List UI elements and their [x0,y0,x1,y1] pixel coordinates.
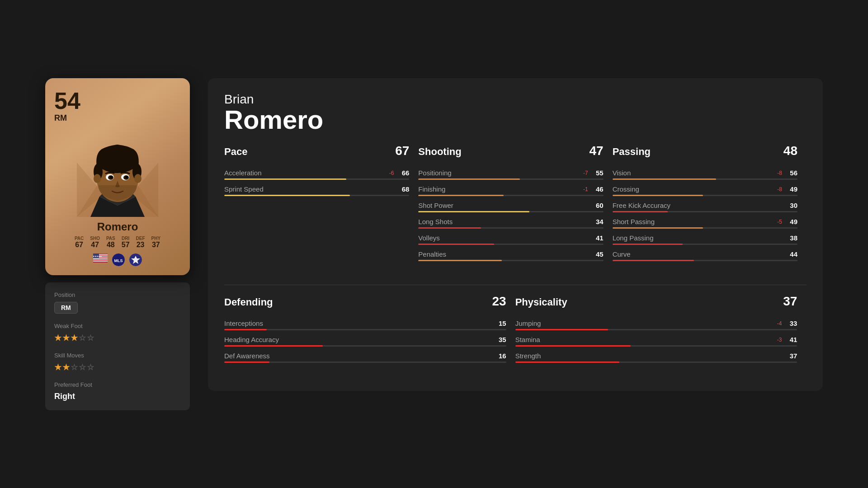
stat-modifier: -8 [777,170,782,176]
pac-label: PAC [75,236,84,241]
svg-rect-22 [93,261,108,262]
stat-value: 45 [590,250,604,258]
stat-item: Crossing-849 [613,185,797,196]
defending-category-score: 23 [492,294,506,309]
physicality-category: Physicality 37 Jumping-433Stamina-341Str… [515,294,807,377]
stat-name: Crossing [613,185,639,193]
dri-value: 57 [122,241,130,249]
svg-point-14 [110,176,113,178]
stat-item: Curve44 [613,250,797,261]
card-stats-row: PAC 67 SHO 47 PAS 48 DRI 57 DEF 23 [54,236,181,249]
stat-name: Interceptions [224,319,263,327]
stat-bar [613,195,797,196]
stat-bar [418,211,603,212]
stat-bar-fill [613,244,683,245]
stat-bar [224,178,409,180]
pas-label: PAS [106,236,115,241]
stat-item: Long Passing38 [613,234,797,245]
physicality-category-score: 37 [783,294,797,309]
stat-item: Free Kick Accuracy30 [613,202,797,212]
weak-foot-stars: ★★★☆☆ [54,333,181,343]
stat-bar [515,329,797,330]
stat-item: Volleys41 [418,234,603,245]
stat-bar-fill [224,361,269,363]
stat-bar-fill [613,260,694,261]
pas-value: 48 [107,241,115,249]
stat-modifier: -7 [583,170,588,176]
sho-label: SHO [90,236,100,241]
stat-value: 38 [784,234,797,242]
stat-bar-fill [613,178,716,180]
stat-modifier: -3 [777,337,782,343]
shooting-attributes: Positioning-755Finishing-146Shot Power60… [418,169,603,261]
stat-bar [418,227,603,229]
def-label: DEF [136,236,145,241]
pace-category: Pace 67 Acceleration-666Sprint Speed68 [224,144,418,276]
shooting-category: Shooting 47 Positioning-755Finishing-146… [418,144,612,276]
defending-category-name: Defending [224,296,273,308]
stat-name: Acceleration [224,169,262,177]
stat-item: Interceptions15 [224,319,506,330]
stat-item: Positioning-755 [418,169,603,180]
stat-bar-fill [613,195,703,196]
stat-value: 46 [590,185,604,193]
card-player-name: Romero [54,221,181,233]
stat-bar-fill [515,345,631,347]
card-flags: ★★★★★★ MLS [54,253,181,266]
shooting-category-name: Shooting [418,146,461,158]
svg-rect-20 [93,258,108,259]
stat-item: Finishing-146 [418,185,603,196]
stat-value: 41 [590,234,604,242]
stat-name: Shot Power [418,202,453,209]
stat-value: 55 [590,169,604,177]
stat-bar [224,361,506,363]
stat-value: 56 [784,169,797,177]
passing-attributes: Vision-856Crossing-849Free Kick Accuracy… [613,169,797,261]
pace-attributes: Acceleration-666Sprint Speed68 [224,169,409,196]
defending-category: Defending 23 Interceptions15Heading Accu… [224,294,515,377]
stat-name: Def Awareness [224,352,270,360]
passing-category: Passing 48 Vision-856Crossing-849Free Ki… [613,144,807,276]
stat-item: Vision-856 [613,169,797,180]
position-label: Position [54,291,181,298]
stat-bar-fill [418,211,529,212]
stat-bar [224,345,506,347]
stats-divider [224,285,807,285]
stat-item: Strength37 [515,352,797,363]
stat-name: Short Passing [613,218,655,225]
stat-bar [224,195,409,196]
stat-bar [613,178,797,180]
stat-value: 41 [783,336,797,343]
stat-value: 34 [590,218,604,225]
stat-bar [224,329,506,330]
stat-name: Vision [613,169,631,177]
stat-bar [613,244,797,245]
stat-value: 15 [493,319,506,327]
stat-bar [613,227,797,229]
stat-bar-fill [224,195,350,196]
mls-badge: MLS [112,253,125,266]
phy-label: PHY [151,236,161,241]
sho-value: 47 [91,241,99,249]
stat-bar-fill [613,211,668,212]
stat-name: Curve [613,250,631,258]
svg-text:MLS: MLS [114,258,123,263]
dri-label: DRI [122,236,129,241]
stat-item: Shot Power60 [418,202,603,212]
stat-item: Penalties45 [418,250,603,261]
card-rating: 54 [54,89,181,113]
defending-attributes: Interceptions15Heading Accuracy35Def Awa… [224,319,506,363]
stat-item: Stamina-341 [515,336,797,347]
stat-value: 60 [590,202,604,209]
passing-category-name: Passing [613,146,651,158]
stat-name: Free Kick Accuracy [613,202,670,209]
stat-value: 30 [784,202,797,209]
player-face-illustration [54,127,181,217]
stat-bar-fill [224,345,323,347]
stat-bar-fill [613,227,703,229]
stat-bar-fill [515,361,620,363]
stat-bar-fill [515,329,609,330]
stat-item: Jumping-433 [515,319,797,330]
physicality-category-name: Physicality [515,296,567,308]
stat-bar-fill [418,260,501,261]
